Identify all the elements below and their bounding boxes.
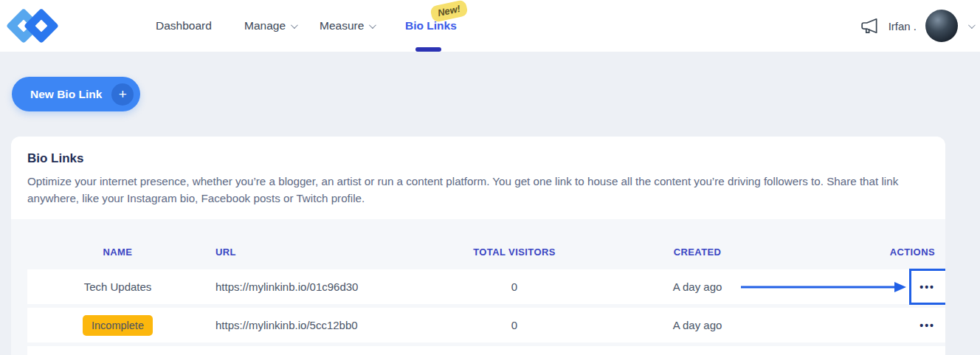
card-header: Bio Links Optimize your internet presenc… — [11, 137, 945, 207]
chevron-down-icon[interactable] — [968, 21, 976, 29]
column-header-created: CREATED — [599, 247, 796, 258]
total-visitors-value: 0 — [429, 280, 599, 293]
bio-links-card: Bio Links Optimize your internet presenc… — [11, 137, 945, 355]
active-tab-indicator — [415, 47, 441, 52]
bio-link-url[interactable]: https://mylinkinb.io/01c96d30 — [208, 280, 429, 293]
app-logo[interactable] — [10, 7, 61, 45]
nav-right-group: Irfan . — [860, 0, 973, 52]
megaphone-icon[interactable] — [860, 16, 880, 35]
nav-item-label: Manage — [244, 19, 286, 32]
top-navigation: Dashboard Manage Measure Bio Links New! … — [0, 0, 980, 52]
bio-link-url[interactable]: https://mylinkinb.io/5cc12bb0 — [208, 319, 429, 331]
column-header-actions: ACTIONS — [796, 247, 945, 258]
table-row: Tech Updates https://mylinkinb.io/01c96d… — [27, 269, 945, 304]
new-bio-link-label: New Bio Link — [30, 88, 102, 101]
table-row — [27, 346, 945, 355]
user-avatar[interactable] — [925, 10, 958, 42]
plus-icon: + — [111, 83, 134, 106]
nav-item-manage[interactable]: Manage — [244, 19, 296, 32]
column-header-total-visitors: TOTAL VISITORS — [429, 247, 599, 258]
card-description: Optimize your internet presence, whether… — [27, 173, 914, 207]
actions-menu-button[interactable]: ••• — [919, 320, 935, 331]
table-header-row: NAME URL TOTAL VISITORS CREATED ACTIONS — [11, 219, 945, 269]
chevron-down-icon — [291, 21, 298, 29]
column-header-url: URL — [208, 247, 429, 258]
page-title: Bio Links — [27, 151, 914, 166]
nav-item-measure[interactable]: Measure — [320, 19, 374, 32]
nav-item-label: Dashboard — [156, 19, 212, 32]
actions-menu-button[interactable]: ••• — [919, 282, 935, 292]
created-value: A day ago — [599, 280, 796, 293]
nav-item-label: Measure — [320, 19, 364, 32]
nav-item-label: Bio Links — [405, 19, 457, 32]
table-row: Incomplete https://mylinkinb.io/5cc12bb0… — [27, 308, 945, 342]
nav-item-dashboard[interactable]: Dashboard — [156, 19, 212, 32]
chevron-down-icon — [369, 21, 376, 29]
new-feature-badge: New! — [429, 0, 469, 23]
created-value: A day ago — [599, 319, 796, 331]
nav-item-bio-links[interactable]: Bio Links — [405, 19, 457, 32]
total-visitors-value: 0 — [429, 319, 599, 331]
new-bio-link-button[interactable]: New Bio Link + — [12, 77, 140, 111]
bio-link-name: Tech Updates — [27, 280, 208, 293]
column-header-name: NAME — [27, 247, 208, 258]
user-name: Irfan . — [888, 20, 917, 32]
status-badge-incomplete: Incomplete — [83, 315, 153, 336]
bio-links-table: NAME URL TOTAL VISITORS CREATED ACTIONS … — [11, 219, 945, 355]
